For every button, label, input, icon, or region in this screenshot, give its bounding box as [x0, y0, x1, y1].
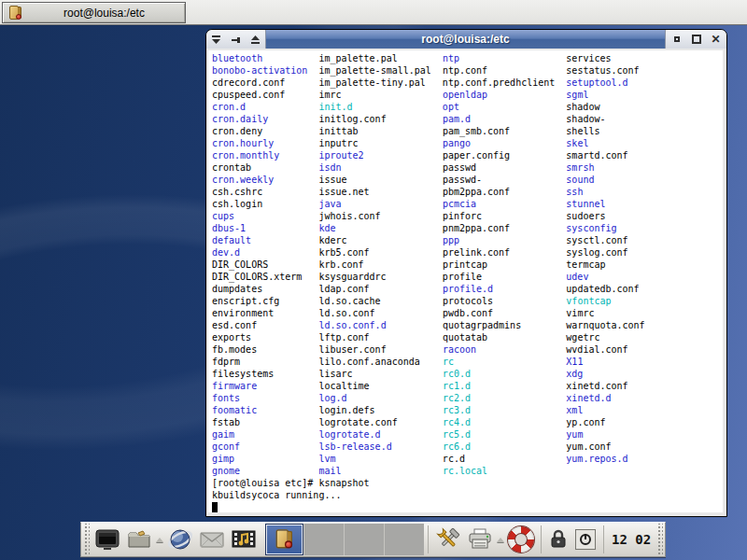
shell-prompt-line: [root@louisa etc]# ksnapshot	[212, 477, 723, 489]
file-entry: yp.conf	[566, 417, 605, 427]
file-entry: krb.conf	[318, 259, 363, 270]
maximize-button[interactable]	[690, 33, 703, 46]
file-entry: cdrecord.conf	[212, 77, 285, 88]
file-entry: bonobo-activation	[212, 65, 307, 76]
file-entry: ksysguarddrc	[318, 272, 386, 282]
titlebar-right-buttons: ✕	[665, 30, 726, 49]
taskbar-empty-slot	[303, 524, 344, 555]
file-entry: inittab	[318, 126, 358, 136]
file-entry: rc5.d	[443, 429, 471, 440]
file-entry: rc3.d	[443, 405, 471, 415]
file-entry: X11	[566, 357, 583, 367]
file-entry: pinforc	[443, 211, 482, 221]
sticky-pin-button[interactable]	[230, 33, 243, 46]
file-entry: rc0.d	[443, 369, 471, 379]
file-entry: cron.monthly	[212, 150, 279, 161]
tools-icon[interactable]	[434, 525, 462, 553]
taskbar-top: root@louisa:/etc	[0, 0, 747, 25]
minimize-button[interactable]	[670, 33, 684, 46]
file-entry: smrsh	[566, 162, 594, 173]
file-entry: quotatab	[443, 332, 487, 343]
file-entry: rc.d	[443, 454, 465, 464]
file-entry: yum.repos.d	[566, 454, 627, 464]
file-entry: DIR_COLORS.xterm	[212, 272, 302, 282]
terminal-line: foomatic login.defs rc3.d xml	[212, 404, 723, 416]
close-button[interactable]: ✕	[710, 33, 723, 46]
file-entry: inputrc	[318, 138, 358, 148]
quickbrowser-arrow-icon[interactable]	[156, 538, 163, 542]
help-lifesaver-icon[interactable]	[507, 525, 535, 553]
file-entry: passwd-	[443, 175, 482, 185]
panel-separator	[541, 525, 542, 553]
file-entry: cron.daily	[212, 114, 268, 124]
home-folder-icon[interactable]	[125, 525, 153, 553]
multimedia-icon[interactable]	[230, 525, 258, 553]
file-entry: default	[212, 235, 251, 245]
logout-power-icon[interactable]	[573, 525, 598, 553]
file-entry: environment	[212, 308, 274, 318]
panel-handle-left[interactable]	[83, 524, 90, 555]
file-entry: yum	[566, 429, 583, 440]
terminal-frame: bluetooth im_palette.pal ntp servicesbon…	[206, 49, 726, 516]
file-entry: ntp	[443, 53, 459, 63]
file-entry: logrotate.d	[318, 429, 380, 440]
file-entry: termcap	[566, 259, 605, 270]
terminal-line: cups jwhois.conf pinforc sudoers	[212, 210, 723, 222]
terminal-line: csh.cshrc issue.net pbm2ppa.conf ssh	[212, 186, 723, 198]
terminal-line: gaim logrotate.d rc5.d yum	[212, 428, 723, 441]
terminal-line: default kderc ppp sysctl.conf	[212, 234, 723, 246]
terminal-line: cron.daily initlog.conf pam.d shadow-	[212, 113, 723, 125]
file-entry: gnome	[212, 466, 240, 476]
terminal-line: enscript.cfg ld.so.cache protocols vfont…	[212, 295, 723, 307]
window-title: root@louisa:/etc	[421, 33, 509, 46]
kicker-panel: 12 02	[80, 522, 666, 557]
file-entry: shells	[566, 126, 599, 136]
file-entry: cron.weekly	[212, 175, 274, 185]
lock-session-icon[interactable]	[547, 525, 570, 553]
web-browser-icon[interactable]	[166, 525, 194, 553]
file-entry: pam_smb.conf	[443, 126, 510, 136]
panel-handle-right[interactable]	[656, 524, 663, 555]
terminal-line: gimp lvm rc.d yum.repos.d	[212, 453, 723, 465]
file-entry: pnm2ppa.conf	[443, 223, 510, 233]
file-entry: filesystems	[212, 369, 274, 379]
file-entry: ld.so.cache	[318, 296, 380, 306]
panel-separator	[428, 525, 429, 553]
file-entry: dumpdates	[212, 284, 262, 294]
file-entry: imrc	[318, 90, 341, 100]
digital-clock[interactable]: 12 02	[612, 532, 651, 547]
file-entry: kde	[318, 223, 335, 233]
printer-icon[interactable]	[466, 525, 494, 553]
window-menu-button[interactable]	[210, 33, 223, 46]
terminal-line: filesystems lisarc rc0.d xdg	[212, 368, 723, 380]
file-entry: pcmcia	[443, 199, 476, 209]
terminal-line: cron.hourly inputrc pango skel	[212, 137, 723, 149]
file-entry: gimp	[212, 454, 234, 464]
file-entry: sysctl.conf	[566, 235, 627, 245]
print-menu-arrow-icon[interactable]	[497, 538, 504, 542]
desktop: root@louisa:/etc root@louisa:/etc	[0, 0, 747, 560]
panel-separator	[603, 525, 604, 553]
shade-button[interactable]	[249, 33, 262, 46]
file-entry: fdprm	[212, 357, 240, 367]
terminal-line: esd.conf ld.so.conf.d quotagrpadmins war…	[212, 319, 723, 331]
file-entry: stunnel	[566, 199, 605, 209]
file-entry: fstab	[212, 417, 240, 427]
file-entry: issue	[318, 175, 346, 185]
file-entry: firmware	[212, 381, 257, 391]
file-entry: bluetooth	[212, 53, 262, 63]
task-button-konsole[interactable]: root@louisa:/etc	[2, 2, 186, 23]
terminal-text-area[interactable]: bluetooth im_palette.pal ntp servicesbon…	[208, 50, 723, 512]
terminal-line: fb.modes libuser.conf racoon wvdial.conf	[212, 343, 723, 356]
file-entry: foomatic	[212, 405, 257, 415]
file-entry: xdg	[566, 369, 583, 379]
taskbar-active-konsole[interactable]	[265, 524, 303, 555]
file-entry: vfontcap	[566, 296, 611, 306]
terminal-line: csh.login java pcmcia stunnel	[212, 198, 723, 210]
titlebar-center[interactable]: root@louisa:/etc	[266, 30, 665, 49]
titlebar[interactable]: root@louisa:/etc ✕	[206, 30, 726, 49]
email-icon[interactable]	[198, 525, 226, 553]
file-entry: updatedb.conf	[566, 284, 639, 294]
terminal-launcher-icon[interactable]	[93, 525, 121, 553]
file-entry: smartd.conf	[566, 150, 627, 161]
